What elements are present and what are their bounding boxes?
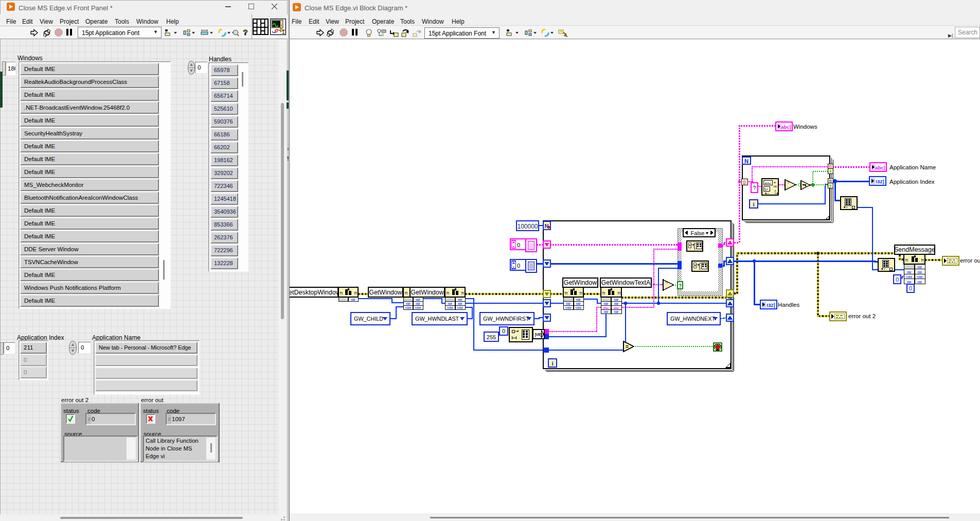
svg-text:[U8]: [U8] (535, 333, 542, 337)
svg-text:I32]: I32] (767, 302, 775, 308)
svg-text:I32: I32 (604, 310, 609, 314)
svg-text:GW_CHILD: GW_CHILD (354, 316, 383, 322)
svg-text:b+: b+ (764, 187, 769, 191)
svg-text:?!: ?! (602, 291, 605, 295)
svg-text:GW_HWNDFIRST: GW_HWNDFIRST (483, 316, 529, 322)
svg-text:?!: ?! (921, 258, 924, 262)
svg-text:?: ? (829, 184, 832, 188)
svg-text:abc]: abc] (781, 124, 791, 130)
svg-text:■.+: ■.+ (765, 192, 769, 195)
svg-text:?!: ?! (905, 258, 908, 262)
svg-text:I32: I32 (406, 302, 411, 305)
svg-text:?!: ?! (446, 291, 450, 295)
svg-text:?!: ?! (461, 291, 465, 295)
svg-text:I32: I32 (614, 298, 619, 301)
svg-text:?: ? (753, 185, 756, 191)
svg-text:U32: U32 (415, 306, 421, 309)
svg-text:abc: abc (614, 306, 619, 309)
svg-text:I32: I32 (614, 310, 619, 314)
svg-text:I32: I32 (458, 302, 462, 305)
svg-text:?!: ?! (354, 291, 358, 295)
svg-text:[]: [] (743, 180, 746, 184)
svg-text:GetWindowTextA: GetWindowTextA (601, 279, 651, 286)
svg-text:■.+: ■.+ (844, 205, 848, 209)
svg-text:0: 0 (502, 328, 505, 334)
svg-text:bb: bb (774, 185, 777, 188)
svg-text:I32: I32 (907, 281, 912, 284)
svg-text:U32: U32 (576, 306, 582, 309)
svg-text:255: 255 (487, 334, 496, 340)
svg-text:1: 1 (282, 29, 285, 35)
svg-text:I32: I32 (416, 302, 420, 305)
svg-text:?: ? (243, 28, 247, 37)
svg-text:I32]: I32] (876, 179, 884, 184)
svg-text:I32: I32 (918, 266, 922, 269)
svg-text:I32: I32 (351, 298, 355, 301)
svg-text:?: ? (829, 169, 832, 174)
svg-text:I32: I32 (918, 271, 922, 274)
svg-text:GetDesktopWindow: GetDesktopWindow (290, 289, 341, 296)
svg-text:GetWindow: GetWindow (411, 289, 444, 296)
svg-text:I32: I32 (448, 302, 453, 305)
svg-text:I32: I32 (614, 302, 619, 305)
svg-text:=: = (626, 343, 629, 350)
svg-text:I32: I32 (566, 302, 571, 305)
svg-text:I32: I32 (576, 302, 581, 305)
svg-text:?!: ?! (564, 291, 568, 295)
svg-text:“?: “? (665, 281, 668, 285)
svg-text:abbc: abbc (764, 182, 771, 185)
svg-text:Windows: Windows (793, 124, 817, 130)
svg-text:?!: ?! (617, 291, 621, 295)
svg-text:0: 0 (909, 285, 912, 291)
svg-text:GetWindow: GetWindow (564, 279, 598, 286)
svg-text:U32: U32 (917, 275, 923, 279)
svg-text:SendMessage: SendMessage (894, 246, 935, 253)
svg-text:U32: U32 (405, 306, 412, 309)
svg-text:N: N (744, 158, 749, 164)
svg-text:U32: U32 (447, 306, 453, 309)
svg-text:I32: I32 (576, 298, 581, 301)
svg-text:Application Name: Application Name (889, 164, 936, 170)
svg-text:abc]: abc] (875, 165, 885, 170)
svg-text:?: ? (679, 283, 682, 289)
svg-text:GW_HWNDLAST: GW_HWNDLAST (415, 316, 459, 322)
svg-text:abc: abc (603, 306, 609, 309)
svg-text:?!: ?! (579, 291, 583, 295)
svg-text:U32: U32 (457, 306, 464, 309)
svg-text:Handles: Handles (778, 302, 799, 308)
svg-text:?!: ?! (404, 291, 408, 295)
svg-text:::: :: (665, 286, 667, 289)
svg-text:0: 0 (517, 242, 520, 248)
svg-text:GW_HWNDNEXT: GW_HWNDNEXT (670, 316, 715, 322)
svg-text:False: False (691, 230, 705, 236)
svg-text:I32: I32 (416, 298, 420, 301)
svg-text:↳■: ↳■ (774, 192, 778, 195)
svg-text:U32: U32 (565, 306, 572, 309)
svg-text:I32: I32 (918, 281, 922, 284)
svg-text:■.+: ■.+ (881, 267, 885, 270)
svg-text:0: 0 (530, 264, 533, 269)
svg-text:GetWindow: GetWindow (369, 289, 403, 296)
svg-text:error ou: error ou (960, 257, 980, 264)
svg-text:I32: I32 (604, 302, 609, 305)
svg-text:U32: U32 (906, 275, 913, 279)
svg-text:i: i (551, 360, 553, 367)
svg-text:i: i (753, 201, 754, 207)
svg-text:I32: I32 (458, 298, 462, 301)
svg-text:error out 2: error out 2 (848, 313, 876, 319)
svg-text:Application Index: Application Index (889, 179, 935, 185)
svg-text:0: 0 (896, 276, 899, 283)
svg-text:::: :: (787, 185, 789, 188)
svg-text:100000: 100000 (517, 223, 538, 230)
svg-text:0: 0 (517, 263, 520, 269)
svg-text:I32: I32 (907, 271, 912, 274)
svg-text:“?: “? (786, 181, 789, 184)
svg-text:?!: ?! (340, 291, 343, 295)
